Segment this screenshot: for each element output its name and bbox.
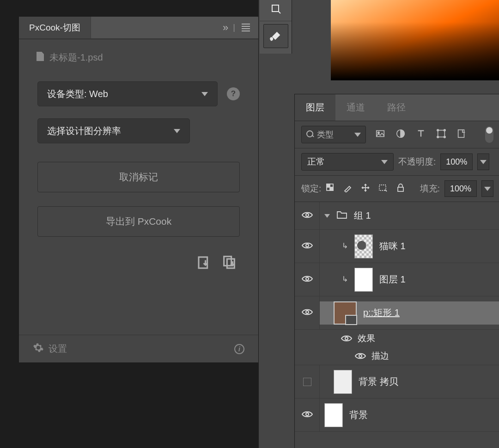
search-icon (306, 130, 313, 140)
layer-row[interactable]: ↳ 猫咪 1 (295, 230, 499, 263)
layer-thumbnail[interactable] (354, 234, 373, 258)
canvas-preview[interactable] (331, 0, 499, 80)
chevron-down-icon (381, 160, 388, 164)
settings-label[interactable]: 设置 (49, 343, 67, 355)
layer-name: 图层 1 (379, 273, 406, 286)
layer-row-selected[interactable]: p::矩形 1 (295, 296, 499, 330)
layer-thumbnail[interactable] (354, 268, 373, 292)
visibility-toggle[interactable] (302, 241, 313, 252)
help-icon[interactable]: ? (227, 87, 240, 100)
layer-filter-row: 类型 (295, 121, 499, 148)
filter-adjust-icon[interactable] (396, 129, 406, 141)
fill-field[interactable]: 100% (444, 180, 477, 197)
gear-icon[interactable] (33, 342, 44, 356)
filter-pixel-icon[interactable] (375, 129, 385, 141)
lock-label: 锁定: (301, 183, 321, 195)
folder-icon (336, 210, 347, 221)
tab-paths[interactable]: 路径 (376, 94, 417, 121)
artboard-tool-icon[interactable] (270, 3, 281, 16)
disclosure-triangle-icon[interactable] (324, 214, 330, 218)
lock-position-icon[interactable] (361, 183, 370, 195)
visibility-toggle[interactable] (355, 352, 366, 360)
visibility-toggle[interactable] (302, 211, 313, 221)
svg-rect-7 (438, 130, 445, 137)
pxcook-tab[interactable]: PxCook-切图 (19, 17, 91, 38)
current-file-name: 未标题-1.psd (49, 51, 103, 64)
layer-filter-type-select[interactable]: 类型 (301, 126, 366, 143)
layer-thumbnail[interactable] (334, 370, 352, 394)
opacity-field[interactable]: 100% (440, 153, 473, 170)
fill-dropdown[interactable] (481, 180, 493, 197)
panel-menu-icon[interactable] (242, 24, 250, 31)
layer-row-group[interactable]: 组 1 (295, 202, 499, 230)
svg-point-11 (444, 136, 446, 138)
lock-all-icon[interactable] (396, 183, 405, 195)
tool-strip (260, 0, 292, 54)
layers-panel-tabs: 图层 通道 路径 (295, 94, 499, 121)
lock-artboard-icon[interactable] (378, 183, 388, 195)
file-icon (37, 52, 44, 63)
chevron-down-icon (354, 133, 361, 137)
blend-mode-label: 正常 (307, 156, 325, 168)
lock-pixels-icon[interactable] (343, 183, 353, 195)
device-type-select[interactable]: 设备类型: Web (37, 81, 218, 106)
layer-effects-row[interactable]: 效果 (295, 330, 499, 347)
svg-point-19 (306, 244, 309, 247)
layer-name: 猫咪 1 (379, 240, 406, 252)
layer-row[interactable]: 背景 (295, 399, 499, 432)
visibility-toggle[interactable] (302, 275, 313, 285)
separator (233, 23, 235, 32)
collapse-panel-icon[interactable] (223, 22, 226, 34)
layer-thumbnail[interactable] (324, 403, 343, 427)
export-multi-icon[interactable] (223, 255, 237, 272)
tab-layers[interactable]: 图层 (295, 94, 335, 121)
chevron-down-icon (174, 129, 180, 133)
cancel-mark-button[interactable]: 取消标记 (37, 162, 240, 192)
filter-type-icon[interactable] (416, 129, 426, 141)
layer-effect-stroke-label: 描边 (371, 350, 389, 362)
svg-point-24 (306, 413, 309, 416)
blend-mode-row: 正常 不透明度: 100% (295, 148, 499, 176)
export-single-icon[interactable] (197, 255, 212, 272)
svg-point-20 (306, 277, 309, 280)
lock-transparency-icon[interactable] (326, 183, 335, 195)
svg-rect-14 (330, 187, 333, 190)
export-to-pxcook-button[interactable]: 导出到 PxCook (37, 206, 240, 237)
pxcook-panel: PxCook-切图 未标题-1.psd 设备类型: Web ? 选择设计图分辨率 (18, 16, 259, 363)
visibility-toggle-off[interactable] (303, 378, 311, 386)
layer-row[interactable]: 背景 拷贝 (295, 365, 499, 399)
svg-point-8 (437, 129, 439, 131)
visibility-toggle[interactable] (302, 410, 313, 420)
layer-effects-label: 效果 (358, 332, 375, 344)
svg-point-22 (345, 337, 348, 340)
lock-row: 锁定: 填充: 100% (295, 176, 499, 202)
svg-rect-17 (398, 187, 403, 191)
layer-filter-type-label: 类型 (317, 129, 334, 140)
svg-point-10 (437, 136, 439, 138)
tab-channels[interactable]: 通道 (335, 94, 376, 121)
clip-mask-indicator-icon: ↳ (342, 241, 348, 250)
opacity-label: 不透明度: (398, 156, 436, 168)
brush-tool-button[interactable] (263, 24, 288, 48)
layer-name: p::矩形 1 (363, 307, 400, 319)
device-type-select-label: 设备类型: Web (47, 88, 108, 100)
opacity-dropdown[interactable] (477, 153, 489, 170)
layer-name: 组 1 (354, 209, 371, 222)
filter-shape-icon[interactable] (436, 129, 446, 141)
layer-list: 组 1 ↳ 猫咪 1 ↳ 图层 1 p::矩形 1 (295, 202, 499, 448)
filter-toggle[interactable] (485, 126, 493, 143)
layer-effect-stroke-row[interactable]: 描边 (295, 347, 499, 365)
visibility-toggle[interactable] (302, 308, 313, 318)
layer-thumbnail[interactable] (334, 301, 357, 325)
svg-point-23 (359, 355, 362, 357)
blend-mode-select[interactable]: 正常 (301, 153, 394, 171)
fill-label: 填充: (420, 183, 440, 195)
layer-row[interactable]: ↳ 图层 1 (295, 263, 499, 296)
visibility-toggle[interactable] (341, 334, 352, 343)
svg-point-9 (444, 129, 446, 131)
layer-name: 背景 (349, 409, 368, 421)
resolution-select[interactable]: 选择设计图分辨率 (37, 118, 190, 143)
current-file-row: 未标题-1.psd (19, 39, 258, 73)
info-icon[interactable]: i (234, 344, 244, 354)
filter-smart-icon[interactable] (456, 129, 467, 141)
